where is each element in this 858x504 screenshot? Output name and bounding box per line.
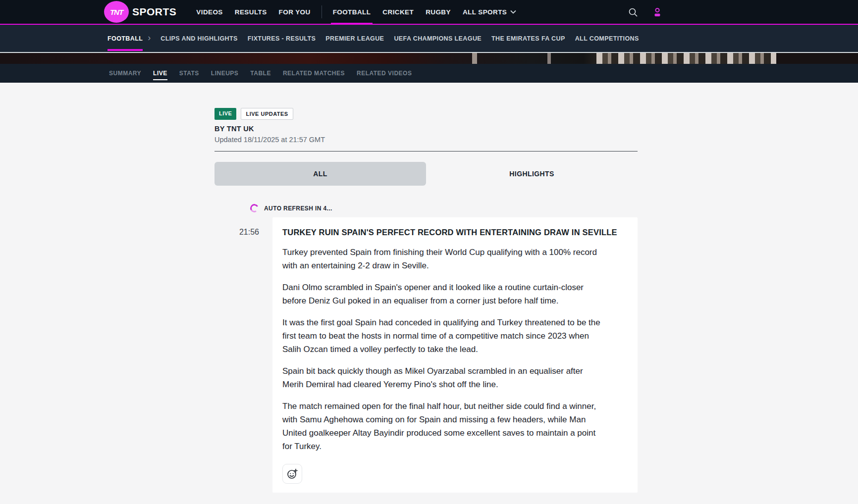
live-badge: LIVE [214, 108, 236, 120]
live-blog-content: LIVE LIVE UPDATES BY TNT UK Updated 18/1… [0, 108, 858, 493]
update-paragraph: Spain bit back quickly though as Mikel O… [282, 364, 603, 391]
nav-item-rugby[interactable]: RUGBY [420, 0, 457, 24]
tab-related-matches[interactable]: RELATED MATCHES [277, 64, 351, 83]
update-paragraph: The match remained open for the final ha… [282, 400, 603, 453]
tab-stats[interactable]: STATS [173, 64, 205, 83]
tab-table[interactable]: TABLE [244, 64, 277, 83]
subnav-item-uefa-champions-league[interactable]: UEFA CHAMPIONS LEAGUE [389, 25, 486, 52]
brand-name: SPORTS [132, 6, 176, 18]
profile-icon [652, 7, 663, 18]
update-paragraph: Dani Olmo scrambled in Spain's opener an… [282, 281, 603, 307]
hero-image-detail [596, 53, 777, 64]
tab-summary[interactable]: SUMMARY [103, 64, 147, 83]
nav-divider [322, 5, 322, 18]
feed-filter-toggle: ALL HIGHLIGHTS [214, 162, 638, 186]
search-button[interactable] [628, 7, 638, 17]
auto-refresh-row: AUTO REFRESH IN 4... [250, 204, 858, 212]
subnav-item-clips-and-highlights[interactable]: CLIPS AND HIGHLIGHTS [156, 25, 242, 52]
auto-refresh-label: AUTO REFRESH IN 4... [264, 205, 332, 212]
subnav-item-emirates-fa-cup[interactable]: THE EMIRATES FA CUP [486, 25, 570, 52]
chevron-right-icon: › [148, 33, 151, 43]
nav-item-cricket[interactable]: CRICKET [376, 0, 420, 24]
top-nav: TNT SPORTS VIDEOS RESULTS FOR YOU FOOTBA… [0, 0, 858, 25]
filter-all-button[interactable]: ALL [214, 162, 426, 186]
subnav-item-fixtures-results[interactable]: FIXTURES - RESULTS [243, 25, 321, 52]
nav-item-results[interactable]: RESULTS [229, 0, 273, 24]
update-paragraph: It was the first goal Spain had conceded… [282, 316, 603, 356]
top-nav-items: VIDEOS RESULTS FOR YOU FOOTBALL CRICKET … [190, 0, 522, 24]
update-paragraph: Turkey prevented Spain from finishing th… [282, 246, 603, 272]
secondary-nav: FOOTBALL › CLIPS AND HIGHLIGHTS FIXTURES… [0, 25, 858, 52]
top-nav-icons [628, 0, 663, 25]
live-updates-badge: LIVE UPDATES [241, 108, 293, 120]
match-tab-bar: SUMMARY LIVE STATS LINEUPS TABLE RELATED… [0, 64, 858, 83]
tab-live[interactable]: LIVE [147, 64, 173, 83]
badge-row: LIVE LIVE UPDATES [214, 108, 858, 120]
brand-logo[interactable]: TNT SPORTS [104, 1, 176, 23]
subnav-item-premier-league[interactable]: PREMIER LEAGUE [321, 25, 389, 52]
nav-item-all-sports[interactable]: ALL SPORTS [457, 0, 522, 24]
search-icon [628, 7, 638, 17]
tnt-logo-icon: TNT [104, 1, 129, 23]
update-time: 21:56 [214, 217, 272, 493]
hero-image-detail [472, 53, 477, 64]
live-update-entry: 21:56 TURKEY RUIN SPAIN'S PERFECT RECORD… [214, 217, 858, 493]
nav-item-for-you[interactable]: FOR YOU [273, 0, 317, 24]
profile-button[interactable] [652, 7, 663, 18]
update-card: TURKEY RUIN SPAIN'S PERFECT RECORD WITH … [272, 217, 638, 493]
updated-timestamp: Updated 18/11/2025 at 21:57 GMT [214, 136, 858, 144]
filter-highlights-button[interactable]: HIGHLIGHTS [426, 162, 638, 186]
nav-item-videos[interactable]: VIDEOS [190, 0, 228, 24]
hero-image-detail [547, 53, 551, 64]
auto-refresh-spinner-icon [249, 203, 260, 213]
page: TNT SPORTS VIDEOS RESULTS FOR YOU FOOTBA… [0, 0, 858, 493]
subnav-item-football[interactable]: FOOTBALL [107, 25, 148, 52]
add-reaction-button[interactable] [282, 464, 302, 484]
nav-item-football[interactable]: FOOTBALL [327, 0, 377, 24]
chevron-down-icon [510, 10, 516, 14]
byline: BY TNT UK [214, 125, 858, 133]
all-sports-label: ALL SPORTS [463, 8, 507, 16]
hero-image-strip [0, 52, 858, 64]
subnav-item-all-competitions[interactable]: ALL COMPETITIONS [570, 25, 644, 52]
update-headline: TURKEY RUIN SPAIN'S PERFECT RECORD WITH … [282, 227, 628, 237]
hero-image-detail [776, 53, 858, 64]
divider [214, 151, 638, 151]
add-reaction-icon [286, 468, 298, 480]
tab-related-videos[interactable]: RELATED VIDEOS [351, 64, 418, 83]
tnt-logo-text: TNT [110, 8, 123, 16]
tab-lineups[interactable]: LINEUPS [205, 64, 245, 83]
